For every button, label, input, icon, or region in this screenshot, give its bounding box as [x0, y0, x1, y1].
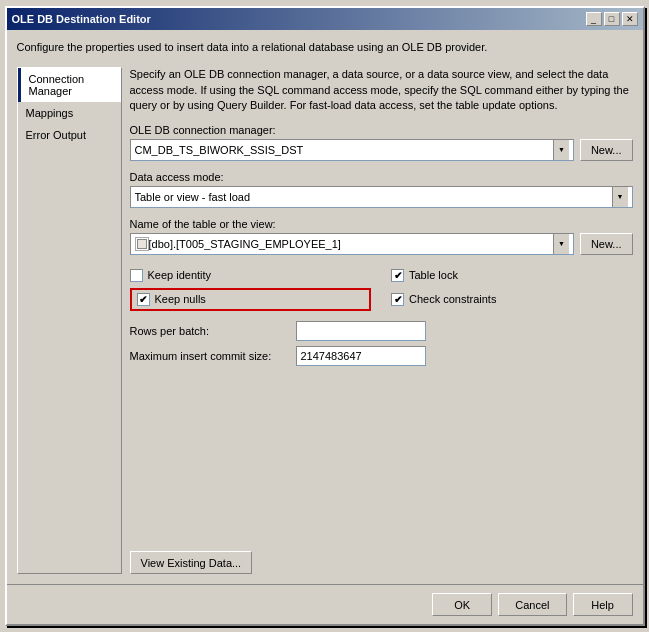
titlebar: OLE DB Destination Editor _ □ ✕	[7, 8, 643, 30]
data-access-group: Data access mode: Table or view - fast l…	[130, 171, 633, 208]
minimize-button[interactable]: _	[586, 12, 602, 26]
keep-nulls-checkbox-item[interactable]: ✔ Keep nulls	[130, 288, 372, 311]
data-access-dropdown-icon[interactable]: ▼	[612, 187, 628, 207]
window-controls: _ □ ✕	[586, 12, 638, 26]
keep-nulls-checkbox[interactable]: ✔	[137, 293, 150, 306]
keep-identity-label: Keep identity	[148, 269, 212, 281]
connection-manager-label: OLE DB connection manager:	[130, 124, 633, 136]
table-lock-check-mark: ✔	[394, 270, 402, 281]
cancel-button[interactable]: Cancel	[498, 593, 566, 616]
ok-button[interactable]: OK	[432, 593, 492, 616]
sidebar-item-connection-manager[interactable]: Connection Manager	[18, 68, 121, 102]
rows-per-batch-input[interactable]	[296, 321, 426, 341]
bottom-btn-area: View Existing Data...	[130, 543, 633, 574]
checkbox-section: Keep identity ✔ Table lock ✔ K	[130, 269, 633, 311]
check-constraints-checkbox[interactable]: ✔	[391, 293, 404, 306]
sidebar-item-error-output[interactable]: Error Output	[18, 124, 121, 146]
footer: OK Cancel Help	[7, 584, 643, 624]
sidebar-item-mappings[interactable]: Mappings	[18, 102, 121, 124]
table-name-value: [dbo].[T005_STAGING_EMPLOYEE_1]	[149, 238, 553, 250]
data-access-label: Data access mode:	[130, 171, 633, 183]
keep-nulls-label: Keep nulls	[155, 293, 206, 305]
top-description: Configure the properties used to insert …	[17, 40, 633, 55]
max-insert-commit-input[interactable]	[296, 346, 426, 366]
maximize-button[interactable]: □	[604, 12, 620, 26]
rows-per-batch-row: Rows per batch:	[130, 321, 633, 341]
data-access-row: Table or view - fast load ▼	[130, 186, 633, 208]
table-name-combo[interactable]: [dbo].[T005_STAGING_EMPLOYEE_1] ▼	[130, 233, 574, 255]
table-name-dropdown-icon[interactable]: ▼	[553, 234, 569, 254]
check-constraints-label: Check constraints	[409, 293, 496, 305]
data-access-combo[interactable]: Table or view - fast load ▼	[130, 186, 633, 208]
rows-per-batch-label: Rows per batch:	[130, 325, 290, 337]
table-lock-checkbox-item[interactable]: ✔ Table lock	[391, 269, 633, 282]
view-existing-data-button[interactable]: View Existing Data...	[130, 551, 253, 574]
check-constraints-checkbox-item[interactable]: ✔ Check constraints	[391, 288, 633, 311]
panel-description: Specify an OLE DB connection manager, a …	[130, 67, 633, 113]
window-title: OLE DB Destination Editor	[12, 13, 151, 25]
sidebar: Connection Manager Mappings Error Output	[17, 67, 122, 574]
right-panel: Specify an OLE DB connection manager, a …	[130, 67, 633, 574]
table-name-group: Name of the table or the view: [dbo].[T0…	[130, 218, 633, 255]
keep-nulls-check-mark: ✔	[139, 294, 147, 305]
table-name-label: Name of the table or the view:	[130, 218, 633, 230]
input-fields-section: Rows per batch: Maximum insert commit si…	[130, 321, 633, 366]
main-window: OLE DB Destination Editor _ □ ✕ Configur…	[5, 6, 645, 626]
keep-identity-checkbox-item[interactable]: Keep identity	[130, 269, 372, 282]
connection-manager-value: CM_DB_TS_BIWORK_SSIS_DST	[135, 144, 553, 156]
table-icon	[135, 237, 149, 251]
connection-manager-dropdown-icon[interactable]: ▼	[553, 140, 569, 160]
new-connection-button[interactable]: New...	[580, 139, 633, 161]
help-button[interactable]: Help	[573, 593, 633, 616]
content-area: Configure the properties used to insert …	[7, 30, 643, 584]
close-button[interactable]: ✕	[622, 12, 638, 26]
table-lock-checkbox[interactable]: ✔	[391, 269, 404, 282]
new-table-button[interactable]: New...	[580, 233, 633, 255]
max-insert-commit-label: Maximum insert commit size:	[130, 350, 290, 362]
check-constraints-check-mark: ✔	[394, 294, 402, 305]
data-access-value: Table or view - fast load	[135, 191, 612, 203]
table-name-row: [dbo].[T005_STAGING_EMPLOYEE_1] ▼ New...	[130, 233, 633, 255]
connection-manager-combo[interactable]: CM_DB_TS_BIWORK_SSIS_DST ▼	[130, 139, 574, 161]
main-body: Connection Manager Mappings Error Output…	[17, 67, 633, 574]
max-insert-commit-row: Maximum insert commit size:	[130, 346, 633, 366]
keep-identity-checkbox[interactable]	[130, 269, 143, 282]
connection-manager-group: OLE DB connection manager: CM_DB_TS_BIWO…	[130, 124, 633, 161]
table-lock-label: Table lock	[409, 269, 458, 281]
connection-manager-row: CM_DB_TS_BIWORK_SSIS_DST ▼ New...	[130, 139, 633, 161]
